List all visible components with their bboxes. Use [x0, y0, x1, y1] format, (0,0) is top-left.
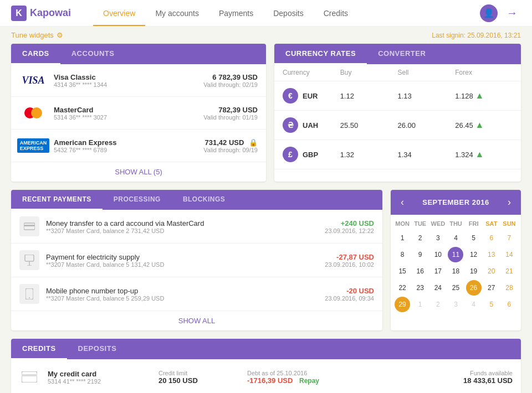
credits-tabs: CREDITS DEPOSITS — [11, 339, 521, 359]
cal-day-19[interactable]: 19 — [466, 263, 482, 279]
cal-day-23[interactable]: 23 — [412, 280, 428, 296]
tab-currency-rates[interactable]: CURRENCY RATES — [274, 44, 367, 64]
credits-widget: CREDITS DEPOSITS My credit card 5314 41*… — [11, 339, 521, 393]
logo-k-letter: K — [16, 8, 22, 18]
card-amount-visa: 6 782,39 USD Valid through: 02/19 — [203, 73, 258, 88]
cal-day-2[interactable]: 2 — [412, 230, 428, 246]
credit-name-card: My credit card — [48, 370, 158, 378]
show-all-payments[interactable]: SHOW ALL — [11, 311, 382, 330]
cal-day-16[interactable]: 16 — [412, 263, 428, 279]
cal-day-20[interactable]: 20 — [484, 263, 499, 279]
cal-day-28[interactable]: 28 — [502, 280, 517, 296]
cal-day-5[interactable]: 5 — [466, 230, 482, 246]
currency-widget: CURRENCY RATES CONVERTER Currency Buy Se… — [274, 44, 521, 182]
cal-day-27[interactable]: 27 — [484, 280, 499, 296]
col-tue: TUE — [411, 218, 429, 230]
card-amount-mastercard: 782,39 USD Valid through: 01/19 — [203, 106, 258, 121]
col-sun: SUN — [500, 218, 518, 230]
credit-repay-btn[interactable]: Repay — [299, 377, 319, 385]
card-item-mastercard: MasterCard 5314 36** **** 3027 782,39 US… — [11, 97, 266, 130]
currency-header: Currency Buy Sell Forex — [274, 64, 521, 81]
col-buy: Buy — [340, 69, 398, 76]
gbp-forex: 1.324 ▲ — [455, 149, 513, 159]
tab-converter[interactable]: CONVERTER — [367, 44, 437, 64]
cal-day-oct-2[interactable]: 2 — [430, 297, 446, 312]
uah-icon: ₴ — [283, 117, 298, 133]
cal-day-21[interactable]: 21 — [502, 263, 517, 279]
tab-processing[interactable]: PROCESSING — [103, 190, 172, 210]
card-name-amex: American Express — [54, 138, 203, 147]
nav-my-accounts[interactable]: My accounts — [145, 1, 209, 26]
cal-day-22[interactable]: 22 — [395, 280, 410, 296]
tab-accounts[interactable]: ACCOUNTS — [60, 44, 126, 64]
cal-day-9[interactable]: 9 — [412, 247, 428, 262]
cal-day-29[interactable]: 29 — [395, 297, 410, 312]
nav-overview[interactable]: Overview — [93, 1, 145, 26]
currency-uah-name: ₴ UAH — [283, 117, 340, 133]
cal-day-12[interactable]: 12 — [466, 247, 482, 262]
payment-sub-transfer: **3207 Master Card, balance 2 731,42 USD — [46, 227, 325, 234]
payment-amount-transfer: +240 USD 23.09.2016, 12:22 — [325, 219, 374, 234]
tab-blockings[interactable]: BLOCKINGS — [172, 190, 237, 210]
uah-forex: 26.45 ▲ — [455, 120, 513, 130]
calendar-prev[interactable]: ‹ — [396, 195, 408, 209]
credit-limit-label: Credit limit — [158, 370, 247, 376]
cards-widget: CARDS ACCOUNTS VISA Visa Classic 4314 36… — [11, 44, 266, 182]
cal-day-17[interactable]: 17 — [430, 263, 446, 279]
credit-card-icon — [19, 367, 39, 387]
card-name-mastercard: MasterCard — [54, 106, 203, 114]
gbp-trend-icon: ▲ — [475, 149, 484, 159]
currency-eur-name: € EUR — [283, 88, 340, 104]
amex-logo: AMERICANEXPRESS — [19, 136, 47, 155]
cal-day-18[interactable]: 18 — [448, 263, 463, 279]
cal-day-oct-4[interactable]: 4 — [466, 297, 482, 312]
nav-credits[interactable]: Credits — [314, 1, 358, 26]
currency-row-eur: € EUR 1.12 1.13 1.128 ▲ — [274, 81, 521, 111]
credit-debt-label: Debt as of 25.10.2016 — [247, 370, 369, 376]
cal-day-4[interactable]: 4 — [448, 230, 463, 246]
cal-day-7[interactable]: 7 — [502, 230, 517, 246]
main-nav: Overview My accounts Payments Deposits C… — [93, 1, 480, 26]
calendar-next[interactable]: › — [503, 195, 515, 209]
transfer-icon — [19, 216, 39, 236]
exit-icon[interactable]: → — [503, 4, 521, 22]
tab-credits[interactable]: CREDITS — [11, 339, 67, 359]
gbp-label: GBP — [303, 151, 318, 159]
cal-day-oct-6[interactable]: 6 — [502, 297, 517, 312]
payment-item-electricity: Payment for electricity supply **3207 Ma… — [11, 244, 382, 277]
tab-cards[interactable]: CARDS — [11, 44, 60, 64]
cal-day-8[interactable]: 8 — [395, 247, 410, 262]
cal-day-15[interactable]: 15 — [395, 263, 410, 279]
card-item-visa: VISA Visa Classic 4314 36** **** 1344 6 … — [11, 64, 266, 97]
cal-day-3[interactable]: 3 — [430, 230, 446, 246]
eur-buy: 1.12 — [340, 92, 398, 100]
cal-day-24[interactable]: 24 — [430, 280, 446, 296]
cal-day-11[interactable]: 11 — [448, 247, 463, 262]
card-value-amex: 731,42 USD 🔒 — [203, 138, 258, 147]
cal-day-6[interactable]: 6 — [484, 230, 499, 246]
nav-deposits[interactable]: Deposits — [263, 1, 313, 26]
user-icon[interactable]: 👤 — [480, 4, 498, 22]
cal-day-1[interactable]: 1 — [395, 230, 410, 246]
mastercard-logo — [19, 104, 47, 122]
card-name-visa: Visa Classic — [54, 73, 203, 81]
cal-day-26[interactable]: 26 — [466, 280, 482, 296]
tune-widgets-link[interactable]: Tune widgets ⚙ — [11, 31, 63, 39]
cal-day-oct-5[interactable]: 5 — [484, 297, 499, 312]
uah-buy: 25.50 — [340, 121, 398, 130]
tab-recent-payments[interactable]: RECENT PAYMENTS — [11, 190, 103, 210]
col-wed: WED — [429, 218, 447, 230]
eur-sell: 1.13 — [398, 92, 456, 100]
cal-day-13[interactable]: 13 — [484, 247, 499, 262]
svg-rect-2 — [25, 255, 34, 261]
cal-day-25[interactable]: 25 — [448, 280, 463, 296]
cal-day-10[interactable]: 10 — [430, 247, 446, 262]
nav-payments[interactable]: Payments — [209, 1, 263, 26]
cal-day-oct-3[interactable]: 3 — [448, 297, 463, 312]
cal-day-oct-1[interactable]: 1 — [412, 297, 428, 312]
tab-deposits[interactable]: DEPOSITS — [67, 339, 128, 359]
payment-item-transfer: Money transfer to a card accound via Mas… — [11, 210, 382, 244]
show-all-cards[interactable]: SHOW ALL (5) — [11, 162, 266, 182]
payment-title-phone: Mobile phone number top-up — [46, 287, 325, 295]
cal-day-14[interactable]: 14 — [502, 247, 517, 262]
